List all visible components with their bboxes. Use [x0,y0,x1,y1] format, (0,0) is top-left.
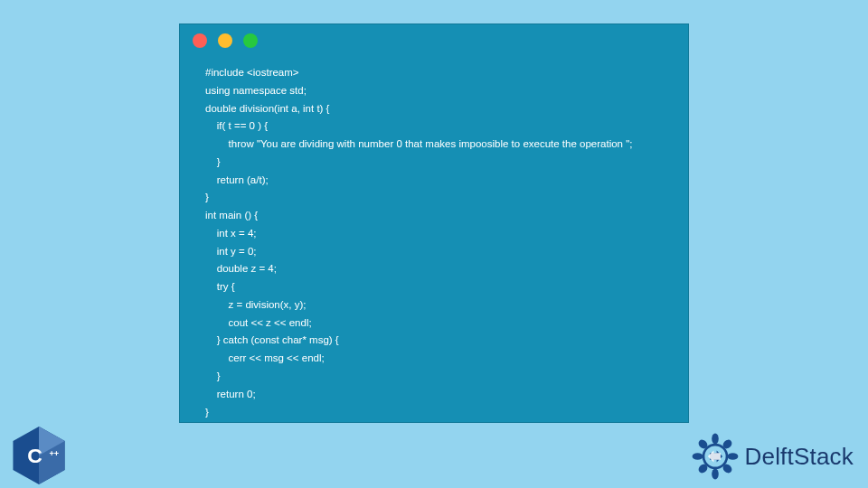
svg-point-8 [692,453,703,460]
code-content: #include <iostream> using namespace std;… [180,53,688,436]
svg-marker-15 [707,451,720,463]
close-icon [193,33,207,48]
svg-point-7 [712,469,719,480]
cpp-badge-icon: C ++ [13,427,65,484]
svg-text:++: ++ [49,449,59,458]
delftstack-logo-icon [691,432,740,481]
svg-point-9 [727,453,738,460]
window-controls [180,24,688,53]
minimize-icon [218,33,232,48]
code-window: #include <iostream> using namespace std;… [179,23,689,423]
delftstack-name: DelftStack [745,443,854,471]
svg-point-6 [712,434,719,445]
svg-text:C: C [27,444,42,467]
maximize-icon [243,33,258,48]
delftstack-branding: DelftStack [691,432,854,481]
